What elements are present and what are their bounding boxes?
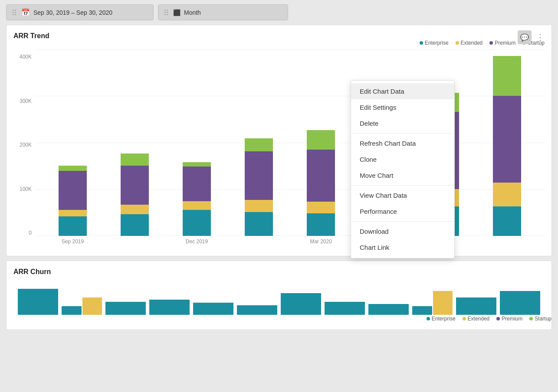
bar-startup-1 [121, 154, 149, 166]
stacked-bar-1 [121, 154, 149, 236]
legend-label-premium: Premium [495, 40, 515, 46]
drag-handle-date [13, 10, 16, 15]
menu-item-chart-link[interactable]: Chart Link [351, 239, 454, 255]
bar-enterprise-7 [493, 206, 521, 236]
churn-group-5 [193, 303, 233, 315]
churn-legend-label-enterprise: Enterprise [432, 316, 456, 322]
churn-legend-label-premium: Premium [502, 316, 522, 322]
date-range-widget[interactable]: 📅 Sep 30, 2019 – Sep 30, 2020 [6, 4, 154, 20]
churn-bar-5-e [193, 303, 233, 315]
period-icon: ⬛ [173, 9, 181, 16]
churn-bar-2-e [62, 306, 82, 315]
chart-area: 400K 300K 200K 100K 0 [13, 49, 545, 249]
churn-bar-3-e [105, 302, 146, 315]
bar-extended-3 [245, 200, 273, 212]
y-label-0: 0 [29, 230, 32, 236]
arr-churn-card: ARR Churn [6, 261, 552, 330]
menu-divider-1 [351, 133, 454, 134]
legend-dot-extended [456, 41, 459, 45]
bar-group-0 [44, 166, 102, 236]
bar-premium-1 [121, 166, 149, 205]
chart-actions: 💬 ⋮ [518, 30, 546, 44]
stacked-bar-3 [245, 138, 273, 236]
bar-premium-7 [493, 96, 521, 183]
x-label-dec2019: Dec 2019 [168, 238, 226, 249]
churn-bar-6-e [237, 305, 277, 315]
menu-divider-2 [351, 185, 454, 186]
menu-item-clone[interactable]: Clone [351, 151, 454, 167]
y-axis: 400K 300K 200K 100K 0 [13, 49, 35, 249]
churn-legend: Enterprise Extended Premium Startup [28, 316, 551, 322]
legend-extended: Extended [456, 40, 483, 46]
bar-extended-0 [59, 210, 87, 216]
menu-divider-3 [351, 221, 454, 222]
menu-item-edit-chart-data[interactable]: Edit Chart Data [351, 83, 454, 99]
bar-enterprise-4 [307, 213, 335, 236]
churn-group-3 [105, 302, 146, 315]
menu-item-download[interactable]: Download [351, 223, 454, 239]
context-menu: Edit Chart Data Edit Settings Delete Ref… [351, 80, 455, 258]
bar-startup-3 [245, 138, 273, 151]
menu-item-performance[interactable]: Performance [351, 203, 454, 219]
bar-extended-1 [121, 205, 149, 214]
period-text: Month [184, 9, 201, 16]
menu-item-view-chart-data[interactable]: View Chart Data [351, 187, 454, 203]
bar-startup-2 [183, 162, 211, 167]
drag-handle-period [164, 10, 168, 15]
y-label-400k: 400K [20, 54, 32, 60]
stacked-bar-4 [307, 130, 335, 236]
legend-label-extended: Extended [461, 40, 483, 46]
arr-churn-title: ARR Churn [13, 268, 51, 275]
bar-premium-3 [245, 151, 273, 200]
menu-item-delete[interactable]: Delete [351, 115, 454, 131]
x-label-jan2020 [230, 238, 288, 249]
churn-group-8 [325, 302, 365, 315]
menu-item-refresh-chart-data[interactable]: Refresh Chart Data [351, 135, 454, 151]
bar-enterprise-1 [121, 214, 149, 236]
churn-bar-4-e [149, 300, 190, 315]
churn-legend-dot-startup [529, 317, 533, 320]
stacked-bar-0 [59, 166, 87, 236]
menu-item-edit-settings[interactable]: Edit Settings [351, 99, 454, 115]
bar-premium-2 [183, 167, 211, 201]
churn-bar-12-e [500, 291, 540, 315]
bar-group-7 [478, 56, 536, 236]
churn-bar-8-e [325, 302, 365, 315]
churn-legend-dot-enterprise [427, 317, 430, 320]
bar-premium-0 [59, 171, 87, 210]
churn-bar-9-e [368, 304, 409, 315]
churn-legend-enterprise: Enterprise [427, 316, 456, 322]
churn-bar-2-x [82, 297, 102, 315]
churn-group-4 [149, 300, 190, 315]
period-widget[interactable]: ⬛ Month [158, 4, 288, 20]
churn-legend-dot-premium [496, 317, 500, 320]
churn-legend-label-extended: Extended [468, 316, 490, 322]
churn-legend-dot-extended [463, 317, 466, 320]
legend-dot-enterprise [420, 41, 423, 45]
churn-bar-10-e [412, 306, 432, 315]
bar-enterprise-0 [59, 216, 87, 236]
churn-bar-1-e [18, 289, 58, 315]
bar-enterprise-3 [245, 212, 273, 236]
bar-group-2 [168, 162, 226, 236]
legend-premium: Premium [489, 40, 515, 46]
arr-trend-card: ARR Trend 💬 ⋮ Enterprise Extended Premiu… [6, 25, 552, 256]
churn-group-1 [18, 289, 58, 315]
chart-legend: Enterprise Extended Premium Startup [13, 40, 545, 46]
x-label-mar2020: Mar 2020 [292, 238, 350, 249]
more-options-button[interactable]: ⋮ [534, 33, 546, 42]
main-content: ARR Trend 💬 ⋮ Enterprise Extended Premiu… [0, 25, 558, 330]
churn-group-6 [237, 305, 277, 315]
churn-group-11 [456, 297, 496, 315]
x-label-sep2019: Sep 2019 [44, 238, 102, 249]
x-axis: Sep 2019 Dec 2019 Mar 2020 [35, 236, 545, 249]
menu-item-move-chart[interactable]: Move Chart [351, 167, 454, 183]
bar-extended-4 [307, 202, 335, 213]
comment-button[interactable]: 💬 [518, 30, 532, 44]
chart-grid [35, 49, 545, 236]
churn-bar-11-e [456, 297, 496, 315]
churn-legend-label-startup: Startup [535, 316, 551, 322]
legend-label-enterprise: Enterprise [425, 40, 449, 46]
bars-container [35, 49, 545, 236]
churn-group-9 [368, 304, 409, 315]
